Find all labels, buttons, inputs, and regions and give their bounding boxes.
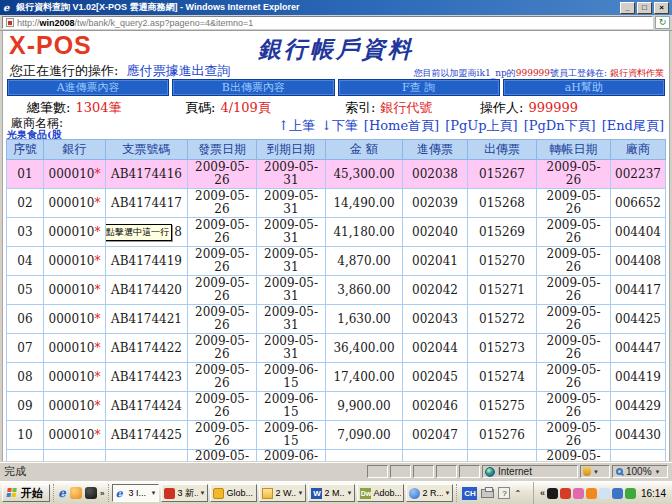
amount-cell[interactable]: 14,490.00 [326, 189, 403, 218]
invoice-date-cell[interactable]: 2009-05- 26 [188, 160, 257, 189]
table-row[interactable]: 08000010*AB41744232009-05- 262009-06- 15… [7, 363, 666, 392]
bank-cell[interactable]: 000010* [44, 363, 106, 392]
voucher-in-cell[interactable]: 002046 [403, 392, 468, 421]
vendor-code-cell[interactable]: 004404 [611, 218, 666, 247]
group-dropdown-icon[interactable]: ▼ [445, 490, 451, 496]
protected-mode-button[interactable]: ▼ [580, 465, 610, 478]
bank-cell[interactable]: 000010* [44, 334, 106, 363]
vendor-code-cell[interactable]: 004417 [611, 276, 666, 305]
seq-cell[interactable]: 02 [7, 189, 44, 218]
bank-cell[interactable]: 000010* [44, 218, 106, 247]
qq-penguin-icon[interactable] [547, 488, 558, 499]
due-date-cell[interactable]: 2009-06- 15 [257, 421, 326, 450]
amount-cell[interactable]: 1,630.00 [326, 305, 403, 334]
group-dropdown-icon[interactable]: ▼ [200, 490, 206, 496]
voucher-out-cell[interactable]: 015274 [468, 363, 537, 392]
refresh-button[interactable]: ↻ [655, 16, 670, 29]
table-row[interactable]: 05000010*AB41744202009-05- 262009-05- 31… [7, 276, 666, 305]
cheque-cell[interactable]: AB4174424 [106, 392, 188, 421]
bank-cell[interactable]: 000010* [44, 392, 106, 421]
seq-cell[interactable]: 06 [7, 305, 44, 334]
voucher-in-cell[interactable]: 002044 [403, 334, 468, 363]
network-monitor-icon[interactable] [612, 488, 623, 499]
voucher-in-cell[interactable]: 002042 [403, 276, 468, 305]
transfer-date-cell[interactable]: 2009-05- 26 [537, 218, 611, 247]
voucher-out-cell[interactable]: 015270 [468, 247, 537, 276]
due-date-cell[interactable]: 2009-05- 31 [257, 305, 326, 334]
taskbar-button[interactable]: W2 M...▼ [308, 484, 355, 502]
amount-cell[interactable]: 4,870.00 [326, 247, 403, 276]
voucher-in-cell[interactable]: 002043 [403, 305, 468, 334]
invoice-date-cell[interactable]: 2009-05- 26 [188, 218, 257, 247]
amount-cell[interactable]: 41,180.00 [326, 218, 403, 247]
amount-cell[interactable]: 36,400.00 [326, 334, 403, 363]
pager-link[interactable]: ↑上筆 [278, 118, 315, 133]
amount-cell[interactable]: 3,860.00 [326, 276, 403, 305]
voucher-out-cell[interactable]: 015276 [468, 421, 537, 450]
seq-cell[interactable]: 04 [7, 247, 44, 276]
invoice-date-cell[interactable]: 2009-05- 26 [188, 276, 257, 305]
due-date-cell[interactable]: 2009-05- 31 [257, 160, 326, 189]
taskbar-button[interactable]: 2 R...▼ [406, 484, 453, 502]
vendor-code-cell[interactable]: 004430 [611, 421, 666, 450]
voucher-out-cell[interactable]: 015271 [468, 276, 537, 305]
tab-query[interactable]: F查 詢 [338, 79, 500, 96]
transfer-date-cell[interactable]: 2009-05- 26 [537, 305, 611, 334]
transfer-date-cell[interactable]: 2009-05- 26 [537, 276, 611, 305]
table-row[interactable]: 07000010*AB41744222009-05- 262009-05- 31… [7, 334, 666, 363]
vendor-code-cell[interactable]: 006652 [611, 189, 666, 218]
qq-pink-icon[interactable] [573, 488, 584, 499]
zoom-control[interactable]: 100% ▼ [612, 465, 668, 478]
start-button[interactable]: 开始 [2, 484, 50, 502]
group-dropdown-icon[interactable]: ▼ [151, 490, 157, 496]
overflow-chevron-icon[interactable]: « [540, 488, 545, 499]
taskbar-button[interactable]: DwAdob... [357, 484, 404, 502]
transfer-date-cell[interactable]: 2009-05- 26 [537, 160, 611, 189]
tab-in-voucher[interactable]: A進傳票內容 [7, 79, 169, 96]
seq-cell[interactable]: 08 [7, 363, 44, 392]
transfer-date-cell[interactable]: 2009-05- 26 [537, 421, 611, 450]
cheque-cell[interactable]: AB4174421 [106, 305, 188, 334]
due-date-cell[interactable]: 2009-05- 31 [257, 276, 326, 305]
invoice-date-cell[interactable]: 2009-05- 26 [188, 421, 257, 450]
table-row[interactable]: 02000010*AB41744172009-05- 262009-05- 31… [7, 189, 666, 218]
invoice-date-cell[interactable]: 2009-05- 26 [188, 189, 257, 218]
scheduler-icon[interactable] [599, 488, 610, 499]
bank-cell[interactable]: 000010* [44, 305, 106, 334]
due-date-cell[interactable]: 2009-05- 31 [257, 189, 326, 218]
vendor-code-cell[interactable]: 004425 [611, 305, 666, 334]
cheque-cell[interactable]: AB4174416 [106, 160, 188, 189]
transfer-date-cell[interactable]: 2009-05- 26 [537, 363, 611, 392]
table-row[interactable]: 09000010*AB41744242009-05- 262009-06- 15… [7, 392, 666, 421]
group-dropdown-icon[interactable]: ▼ [298, 490, 304, 496]
due-date-cell[interactable]: 2009-06- 15 [257, 363, 326, 392]
transfer-date-cell[interactable]: 2009-05- 26 [537, 247, 611, 276]
msn-quick-icon[interactable] [70, 487, 82, 499]
transfer-date-cell[interactable]: 2009-05- 26 [537, 189, 611, 218]
transfer-date-cell[interactable]: 2009-05- 26 [537, 392, 611, 421]
vendor-code-cell[interactable]: 002237 [611, 160, 666, 189]
voucher-out-cell[interactable]: 015268 [468, 189, 537, 218]
table-row[interactable]: 10000010*AB41744252009-05- 262009-06- 15… [7, 421, 666, 450]
seq-cell[interactable]: 03 [7, 218, 44, 247]
toolbar-chevron-icon[interactable]: ⌃ [514, 489, 521, 498]
chat-app-icon[interactable] [560, 488, 571, 499]
quick-launch-chevron-icon[interactable]: » [100, 489, 104, 498]
pager-link[interactable]: [Home首頁] [364, 118, 439, 133]
bank-cell[interactable]: 000010* [44, 247, 106, 276]
pager-link[interactable]: [PgUp上頁] [445, 118, 518, 133]
amount-cell[interactable]: 9,900.00 [326, 392, 403, 421]
amount-cell[interactable]: 7,090.00 [326, 421, 403, 450]
transfer-date-cell[interactable]: 2009-05- 26 [537, 334, 611, 363]
maximize-button[interactable]: □ [637, 2, 652, 14]
vendor-code-cell[interactable]: 004429 [611, 392, 666, 421]
voucher-in-cell[interactable]: 002045 [403, 363, 468, 392]
taskbar-button[interactable]: 3 新...▼ [161, 484, 208, 502]
invoice-date-cell[interactable]: 2009-05- 26 [188, 363, 257, 392]
seq-cell[interactable]: 05 [7, 276, 44, 305]
cheque-cell[interactable]: AB4174423 [106, 363, 188, 392]
invoice-date-cell[interactable]: 2009-05- 26 [188, 305, 257, 334]
voucher-out-cell[interactable]: 015273 [468, 334, 537, 363]
help-icon[interactable]: ? [498, 487, 510, 499]
voucher-in-cell[interactable]: 002041 [403, 247, 468, 276]
